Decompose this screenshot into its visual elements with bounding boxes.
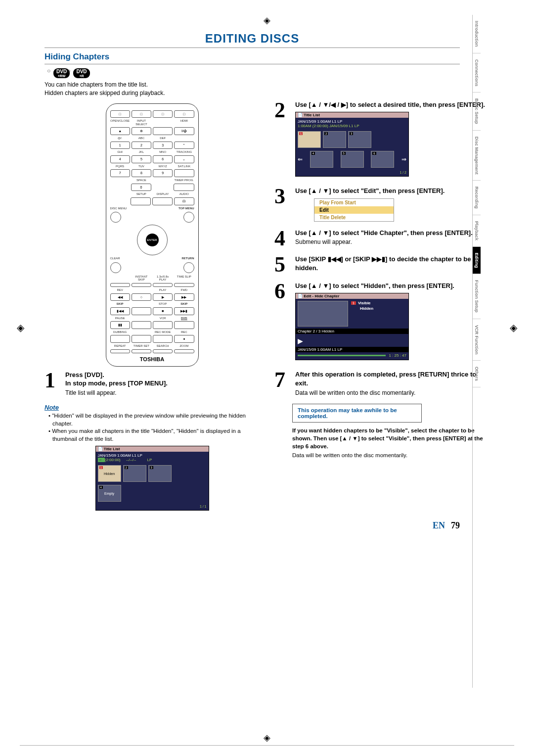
operation-warning: This operation may take awhile to be com… [292, 404, 422, 423]
tab-disc-management[interactable]: Disc Management [473, 131, 481, 181]
intro-text-2: Hidden chapters are skipped during playb… [44, 89, 490, 97]
registration-mark-bottom: ◈ [0, 732, 534, 743]
sidebar-tabs: Introduction Connections Basic Setup Dis… [472, 15, 499, 688]
badge-dvd-r: DVD+R [73, 68, 89, 78]
step-number: 1 [44, 371, 61, 397]
tab-introduction[interactable]: Introduction [473, 15, 481, 53]
step-4: 4 Use [▲ / ▼] to select "Hide Chapter", … [274, 229, 490, 248]
visible-note: If you want hidden chapters to be "Visib… [292, 426, 490, 450]
registration-mark-top: ◈ [44, 15, 490, 26]
manual-page: ◈ ◈ ◈ EDITING DISCS Hiding Chapters DVD+… [44, 15, 490, 727]
edit-menu: Play From Start Edit Title Delete [314, 198, 394, 222]
intro-text-1: You can hide chapters from the title lis… [44, 81, 490, 89]
page-title: EDITING DISCS [44, 32, 460, 48]
divider [44, 64, 460, 64]
tab-function-setup[interactable]: Function Setup [473, 274, 481, 319]
step-6: 6 Use [▲ / ▼] to select "Hidden", then p… [274, 282, 490, 364]
disc-badges: DVD+RW DVD+R [53, 68, 490, 79]
titlelist-screen-step2: 📄 Title List JAN/15/09 1:00AM L1 LP 1:00… [295, 112, 409, 177]
tab-vcr-function[interactable]: VCR Function [473, 319, 481, 361]
tab-others[interactable]: Others [473, 361, 481, 387]
remote-control-diagram: □□□□ OPEN/CLOSEINPUT SELECTHDMI ▲⊕I/⏻ @/… [106, 103, 199, 367]
remote-brand: TOSHIBA [110, 356, 194, 362]
tab-editing[interactable]: Editing [473, 247, 481, 275]
step-2: 2 Use [▲ / ▼/◀ / ▶] to select a desired … [274, 100, 490, 180]
registration-mark-right: ◈ [510, 322, 517, 333]
step-sub: Title list will appear. [65, 389, 168, 397]
tab-playback[interactable]: Playback [473, 215, 481, 247]
section-title: Hiding Chapters [44, 52, 490, 62]
step-headline: Press [DVD]. In stop mode, press [TOP ME… [65, 371, 168, 388]
note-body: • "Hidden" will be displayed in the prev… [44, 412, 260, 443]
registration-mark-left: ◈ [17, 322, 24, 333]
dpad-icon [137, 225, 168, 255]
note-heading: Note [44, 404, 260, 411]
step-1: 1 Press [DVD]. In stop mode, press [TOP … [44, 371, 260, 397]
hide-chapter-screen: 📄 Edit - Hide Chapter 1 Visible Hidden [295, 293, 409, 360]
step-5: 5 Use [SKIP ▮◀◀] or [SKIP ▶▶▮] to decide… [274, 255, 490, 275]
tab-basic-setup[interactable]: Basic Setup [473, 93, 481, 131]
step-7: 7 After this operation is completed, pre… [274, 370, 490, 396]
visible-note-sub: Data will be written onto the disc momen… [292, 452, 490, 458]
page-number: EN79 [44, 520, 460, 531]
tab-recording[interactable]: Recording [473, 181, 481, 215]
tab-connections[interactable]: Connections [473, 53, 481, 93]
step-3: 3 Use [▲ / ▼] to select "Edit", then pre… [274, 187, 490, 222]
titlelist-screen-note: 📄 Title List JAN/15/09 1:00AM L1 LP ← (2… [95, 446, 209, 511]
